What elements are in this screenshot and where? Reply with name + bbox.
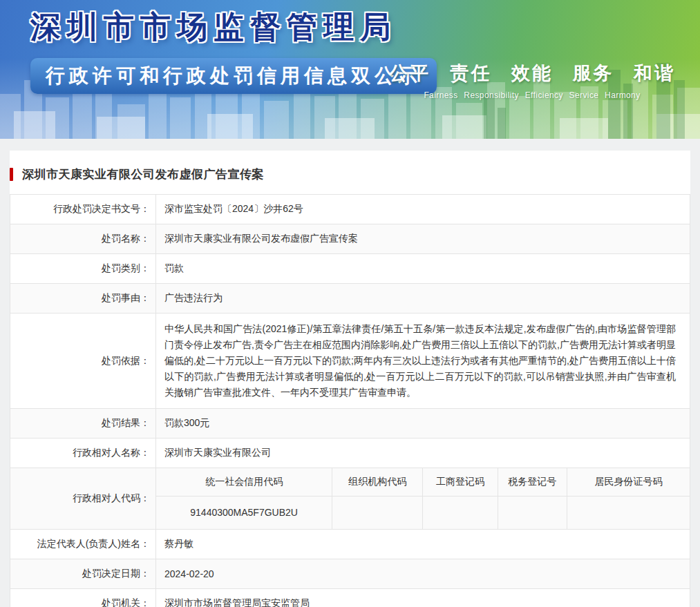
field-label: 处罚决定日期： bbox=[10, 559, 156, 589]
table-row-penalty-basis: 处罚依据： 中华人民共和国广告法(2021修正)/第五章法律责任/第五十五条/第… bbox=[10, 314, 690, 409]
code-value-tax bbox=[498, 496, 567, 529]
code-header-uscc: 统一社会信用代码 bbox=[156, 468, 332, 496]
page-title: 深圳市天康实业有限公司发布虚假广告宣传案 bbox=[22, 166, 264, 182]
field-value: 罚款300元 bbox=[156, 409, 690, 439]
field-label: 处罚事由： bbox=[10, 284, 156, 314]
code-value-id bbox=[567, 496, 690, 529]
field-value: 广告违法行为 bbox=[156, 284, 690, 314]
codes-cell: 统一社会信用代码 组织机构代码 工商登记码 税务登记号 居民身份证号码 9144… bbox=[156, 468, 690, 530]
field-value: 深市监宝处罚〔2024〕沙井62号 bbox=[156, 195, 690, 224]
field-value: 蔡丹敏 bbox=[156, 530, 690, 559]
site-banner: 深圳市市场监督管理局 行政许可和行政处罚信用信息双公示 公平 责任 效能 服务 … bbox=[0, 0, 700, 139]
slogan-chinese: 公平 责任 效能 服务 和谐 bbox=[389, 61, 675, 86]
field-label: 行政相对人代码： bbox=[10, 468, 156, 530]
field-value: 中华人民共和国广告法(2021修正)/第五章法律责任/第五十五条/第一款违反本法… bbox=[156, 314, 690, 409]
codes-header-row: 统一社会信用代码 组织机构代码 工商登记码 税务登记号 居民身份证号码 bbox=[156, 468, 690, 496]
table-row-decision-date: 处罚决定日期： 2024-02-20 bbox=[10, 559, 690, 589]
field-label: 处罚名称： bbox=[10, 224, 156, 254]
code-header-org: 组织机构代码 bbox=[332, 468, 423, 496]
field-value: 深圳市天康实业有限公司 bbox=[156, 439, 690, 468]
field-value: 2024-02-20 bbox=[156, 559, 690, 589]
code-header-id: 居民身份证号码 bbox=[567, 468, 690, 496]
page-title-row: 深圳市天康实业有限公司发布虚假广告宣传案 bbox=[10, 151, 690, 194]
codes-sub-table: 统一社会信用代码 组织机构代码 工商登记码 税务登记号 居民身份证号码 9144… bbox=[156, 468, 690, 529]
field-label: 处罚依据： bbox=[10, 314, 156, 409]
slogan-english: Fairness Responsibility Efficiency Servi… bbox=[389, 90, 675, 100]
content-panel: 深圳市天康实业有限公司发布虚假广告宣传案 行政处罚决定书文号： 深市监宝处罚〔2… bbox=[10, 151, 690, 607]
banner-slogan: 公平 责任 效能 服务 和谐 Fairness Responsibility E… bbox=[389, 61, 675, 100]
table-row-party-name: 行政相对人名称： 深圳市天康实业有限公司 bbox=[10, 439, 690, 468]
agency-title: 深圳市市场监督管理局 bbox=[30, 7, 397, 48]
banner-subtitle: 行政许可和行政处罚信用信息双公示 bbox=[30, 58, 437, 94]
field-label: 处罚结果： bbox=[10, 409, 156, 439]
code-value-business bbox=[423, 496, 498, 529]
table-row-penalty-result: 处罚结果： 罚款300元 bbox=[10, 409, 690, 439]
table-row-legal-representative: 法定代表人(负责人)姓名： 蔡丹敏 bbox=[10, 530, 690, 559]
field-value: 罚款 bbox=[156, 254, 690, 284]
table-row-penalty-name: 处罚名称： 深圳市天康实业有限公司发布虚假广告宣传案 bbox=[10, 224, 690, 254]
field-label: 处罚机关： bbox=[10, 589, 156, 607]
code-header-business: 工商登记码 bbox=[423, 468, 498, 496]
codes-value-row: 91440300MA5F7GUB2U bbox=[156, 496, 690, 529]
field-label: 行政相对人名称： bbox=[10, 439, 156, 468]
field-label: 法定代表人(负责人)姓名： bbox=[10, 530, 156, 559]
code-value-org bbox=[332, 496, 423, 529]
table-row-decision-number: 行政处罚决定书文号： 深市监宝处罚〔2024〕沙井62号 bbox=[10, 195, 690, 224]
title-accent-bar bbox=[10, 168, 13, 181]
code-header-tax: 税务登记号 bbox=[498, 468, 567, 496]
code-value-uscc: 91440300MA5F7GUB2U bbox=[156, 496, 332, 529]
field-label: 行政处罚决定书文号： bbox=[10, 195, 156, 224]
penalty-info-table: 行政处罚决定书文号： 深市监宝处罚〔2024〕沙井62号 处罚名称： 深圳市天康… bbox=[10, 194, 690, 607]
field-label: 处罚类别： bbox=[10, 254, 156, 284]
table-row-penalty-category: 处罚类别： 罚款 bbox=[10, 254, 690, 284]
table-row-party-codes: 行政相对人代码： 统一社会信用代码 组织机构代码 工商登记码 税务登记号 居民身… bbox=[10, 468, 690, 530]
table-row-penalty-authority: 处罚机关： 深圳市市场监督管理局宝安监管局 bbox=[10, 589, 690, 607]
field-value: 深圳市天康实业有限公司发布虚假广告宣传案 bbox=[156, 224, 690, 254]
field-value: 深圳市市场监督管理局宝安监管局 bbox=[156, 589, 690, 607]
table-row-penalty-reason: 处罚事由： 广告违法行为 bbox=[10, 284, 690, 314]
